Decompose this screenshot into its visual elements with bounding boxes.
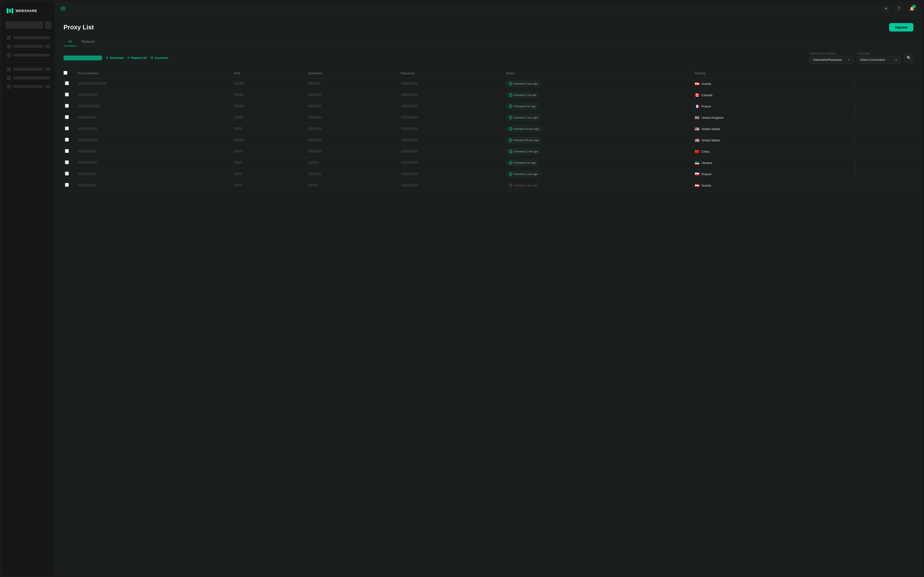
nav-label-1 [13,36,50,39]
page-title: Proxy List [63,24,94,31]
tab-replaced[interactable]: Replaced [76,37,99,46]
hamburger-menu-button[interactable] [61,7,65,10]
row-actions-cell: ⋮ [848,101,913,112]
sidebar-item-3[interactable] [4,51,52,59]
toolbar: ⬇ Download ↺ Replace All ⚙ Countries [63,52,913,64]
nav-label-4 [13,68,43,71]
table-row: Checked 10 secs ago 🇺🇸 United States ⋮ [63,123,913,135]
row-more-button[interactable]: ⋮ [851,92,859,98]
port-value [234,161,242,164]
country-flag: 🇺🇸 [695,138,699,143]
help-button[interactable]: ? [895,4,903,13]
sidebar-search-box[interactable] [5,21,43,29]
nav-icon-3 [7,53,11,57]
row-select-checkbox[interactable] [65,115,69,119]
connection-select[interactable]: Direct Connection ▼ [857,56,900,64]
country-cell: 🇨🇳 China [691,146,848,157]
proxy-address-cell [74,135,230,146]
password-value [401,161,418,164]
notification-count-badge: 1 [913,5,916,8]
row-select-checkbox[interactable] [65,172,69,176]
sidebar-item-4[interactable] [4,65,52,73]
status-check-icon [509,161,512,164]
username-cell [304,157,397,169]
password-cell [397,146,502,157]
username-value [308,184,318,187]
row-more-button[interactable]: ⋮ [851,81,859,87]
row-more-button[interactable]: ⋮ [851,115,859,121]
countries-filter-button[interactable]: ⚙ Countries [151,55,168,61]
row-actions-cell: ⋮ [848,146,913,157]
proxy-address-value [78,172,96,175]
status-check-icon [509,127,512,131]
proxy-address-cell [74,89,230,101]
row-more-button[interactable]: ⋮ [851,171,859,177]
download-button[interactable]: ⬇ Download [106,55,123,61]
status-cell: Checked 1 secs ago [502,180,691,191]
status-check-icon [509,139,512,142]
status-badge: Checked 2 hrs ago [506,160,539,166]
table-row: Checked 1 secs ago 🇦🇹 Austria ⋮ [63,180,913,191]
row-more-button[interactable]: ⋮ [851,182,859,189]
proxy-address-value [78,93,97,96]
country-info: 🇦🇹 Austria [695,183,844,188]
row-select-checkbox[interactable] [65,104,69,108]
sidebar-item-1[interactable] [4,34,52,42]
connection-filter-group: Connection Direct Connection ▼ [857,52,900,64]
row-select-checkbox[interactable] [65,81,69,85]
country-name: Austria [701,184,711,187]
port-cell [230,89,304,101]
status-badge: Checked 49 secs ago [506,137,542,143]
search-button[interactable]: 🔍 [904,53,913,63]
row-select-checkbox[interactable] [65,183,69,187]
row-more-button[interactable]: ⋮ [851,148,859,155]
row-select-checkbox[interactable] [65,138,69,142]
row-select-checkbox[interactable] [65,149,69,153]
connection-label: Connection [857,52,900,55]
sun-icon: ☀ [884,6,888,11]
username-value [308,161,319,164]
table-header-password: Password [397,69,502,78]
topbar: ☀ ? 🔔 1 [55,2,922,15]
sidebar-search-button[interactable] [45,21,52,29]
port-cell [230,78,304,89]
upgrade-button[interactable]: Upgrade [889,23,913,32]
row-more-button[interactable]: ⋮ [851,137,859,143]
search-icon: 🔍 [907,56,911,60]
password-value [401,105,418,108]
password-cell [397,157,502,169]
select-all-checkbox[interactable] [63,71,67,75]
port-value [234,184,242,187]
password-value [401,184,418,187]
proxy-address-value [78,127,97,130]
notifications-button[interactable]: 🔔 1 [908,4,916,13]
password-cell [397,78,502,89]
row-more-button[interactable]: ⋮ [851,160,859,166]
status-check-icon [509,150,512,153]
row-select-checkbox[interactable] [65,160,69,164]
connection-chevron-icon: ▼ [895,58,897,61]
country-name: China [701,150,709,153]
row-more-button[interactable]: ⋮ [851,103,859,110]
tab-all[interactable]: All [63,37,76,46]
row-more-button[interactable]: ⋮ [851,126,859,132]
nav-icon-6 [7,84,11,89]
proxy-address-cell [74,101,230,112]
nav-icon-5 [7,76,11,80]
sidebar-item-2[interactable] [4,42,52,50]
status-check-icon [509,172,512,176]
row-select-checkbox[interactable] [65,93,69,97]
status-badge: Checked 10 secs ago [506,126,542,132]
nav-label-2 [13,45,43,48]
nav-label-3 [13,53,50,56]
row-select-checkbox[interactable] [65,126,69,130]
sidebar-item-5[interactable] [4,74,52,82]
theme-toggle-button[interactable]: ☀ [882,4,890,13]
table-header-status: Status [502,69,691,78]
replace-all-button[interactable]: ↺ Replace All [127,55,147,61]
country-name: United Kingdom [701,116,724,119]
country-info: 🇺🇸 United States [695,138,844,143]
proxy-address-cell [74,112,230,123]
sidebar-item-6[interactable] [4,82,52,91]
auth-method-select[interactable]: Username/Password ▼ [810,56,853,64]
